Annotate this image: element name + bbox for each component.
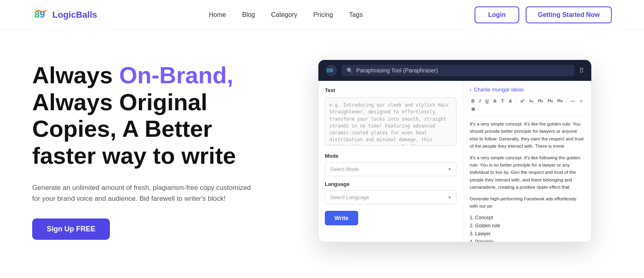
- fmt-subscript[interactable]: xₙ: [528, 97, 535, 104]
- fmt-italic[interactable]: I: [478, 98, 482, 104]
- login-button[interactable]: Login: [475, 6, 520, 23]
- fmt-h3[interactable]: H₃: [556, 97, 564, 104]
- output-paragraph1: It's a very simple concept. It's like th…: [470, 120, 585, 150]
- hero-title: Always On-Brand, Always Original Copies,…: [32, 62, 274, 169]
- fmt-underline[interactable]: U: [484, 98, 490, 104]
- search-icon: 🔍: [347, 68, 353, 74]
- list-item: 2. Golden rule: [470, 222, 585, 230]
- fmt-h1[interactable]: H₁: [537, 97, 545, 104]
- grid-icon: ⠿: [579, 67, 584, 74]
- logo-text: LogicBalls: [52, 10, 97, 20]
- mode-label: Mode: [325, 153, 456, 159]
- nav-tags[interactable]: Tags: [349, 11, 363, 19]
- fmt-table[interactable]: ⊞: [470, 106, 477, 113]
- search-bar-text: Paraphrasing Tool (Paraphraser): [356, 67, 438, 74]
- logo[interactable]: 89 LogicBalls: [32, 6, 97, 23]
- getstarted-button[interactable]: Getting Started Now: [526, 6, 612, 23]
- nav-category[interactable]: Category: [271, 11, 297, 19]
- header-buttons: Login Getting Started Now: [475, 6, 612, 23]
- right-panel-title: Charlie mungar ideas: [474, 86, 524, 93]
- hero-subtitle: Generate an unlimited amount of fresh, p…: [32, 182, 258, 204]
- language-select[interactable]: Select Language ▾: [325, 190, 456, 204]
- list-item: 1. Concept: [470, 214, 585, 222]
- app-topbar: 89 🔍 Paraphrasing Tool (Paraphraser) ⠿: [318, 60, 591, 81]
- hero-section: Always On-Brand, Always Original Copies,…: [0, 30, 644, 264]
- fmt-separator2: [566, 98, 567, 104]
- main-nav: Home Blog Category Pricing Tags: [209, 11, 363, 19]
- formatting-bar: B I U S T A x² xₙ H₁ H₂ H₃ — ≡: [470, 97, 585, 116]
- text-label: Text: [325, 87, 456, 93]
- fmt-h2[interactable]: H₂: [546, 97, 554, 104]
- app-topbar-logo-icon: 89: [326, 65, 337, 76]
- hero-right: 89 🔍 Paraphrasing Tool (Paraphraser) ⠿ T…: [298, 60, 612, 242]
- fmt-separator: [516, 98, 516, 104]
- app-right-panel: ‹ Charlie mungar ideas B I U S T A x² xₙ…: [463, 81, 591, 242]
- app-left-panel: Text Mode Select Mode ▾ Language Select …: [318, 81, 463, 242]
- fmt-bold[interactable]: B: [470, 98, 476, 104]
- fmt-hr[interactable]: —: [569, 98, 577, 104]
- language-label: Language: [325, 181, 456, 187]
- output-list: 1. Concept 2. Golden rule 3. Lawyer 4. P…: [470, 214, 585, 242]
- right-panel-header: ‹ Charlie mungar ideas: [470, 86, 585, 93]
- nav-blog[interactable]: Blog: [242, 11, 255, 19]
- nav-home[interactable]: Home: [209, 11, 226, 19]
- list-item: 3. Lawyer: [470, 230, 585, 238]
- search-bar[interactable]: 🔍 Paraphrasing Tool (Paraphraser): [342, 65, 574, 76]
- fmt-superscript[interactable]: x²: [519, 98, 526, 104]
- mode-select[interactable]: Select Mode ▾: [325, 162, 456, 176]
- list-item: 4. Principle: [470, 238, 585, 242]
- output-paragraph3: Generate high-performing Facebook ads ef…: [470, 195, 585, 210]
- fmt-color[interactable]: A: [507, 98, 514, 104]
- logo-icon: 89: [32, 6, 49, 23]
- svg-text:89: 89: [327, 67, 333, 74]
- hero-left: Always On-Brand, Always Original Copies,…: [32, 62, 274, 240]
- fmt-strike[interactable]: S: [492, 98, 498, 104]
- write-button[interactable]: Write: [325, 211, 358, 225]
- signup-button[interactable]: Sign Up FREE: [32, 218, 110, 240]
- text-input[interactable]: [325, 97, 456, 146]
- nav-pricing[interactable]: Pricing: [313, 11, 333, 19]
- fmt-text[interactable]: T: [500, 98, 506, 104]
- app-mockup: 89 🔍 Paraphrasing Tool (Paraphraser) ⠿ T…: [318, 60, 592, 242]
- app-body: Text Mode Select Mode ▾ Language Select …: [318, 81, 591, 242]
- fmt-list[interactable]: ≡: [578, 98, 584, 104]
- output-paragraph2: It's a very simple concept. It's like fo…: [470, 154, 585, 191]
